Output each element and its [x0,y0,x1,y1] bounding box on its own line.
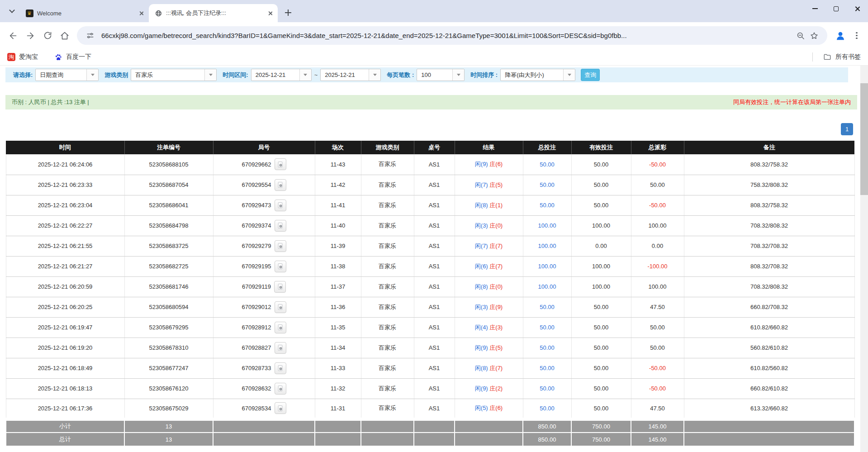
bookmark-label: 爱淘宝 [19,53,38,61]
cell-table-no: AS1 [414,215,455,236]
video-replay-button[interactable] [275,200,286,211]
column-header-5: 桌号 [414,141,455,154]
video-replay-button[interactable] [275,402,286,414]
baidu-paw-icon [54,53,62,61]
tab-title: Welcome [37,10,133,17]
cell-remark: 708.32/808.32 [684,215,854,236]
date-start-select[interactable]: 2025-12-21 [251,69,312,81]
video-replay-button[interactable] [274,281,286,293]
bookmark-baidu[interactable]: 百度一下 [54,53,91,61]
cell-table-no: AS1 [414,175,455,195]
tab-close-button[interactable] [137,9,145,17]
browser-menu-button[interactable] [850,29,863,43]
address-bar[interactable]: 66cxkj98.com/game/betrecord_search/kind3… [77,26,827,45]
video-replay-button[interactable] [275,383,286,395]
bookmark-taobao[interactable]: 淘 爱淘宝 [7,53,38,61]
video-replay-button[interactable] [275,261,286,272]
video-replay-button[interactable] [275,342,286,354]
bookmark-star-button[interactable] [807,29,821,43]
video-replay-button[interactable] [275,322,286,333]
tab-close-button[interactable] [266,9,274,17]
date-end-select[interactable]: 2025-12-21 [320,69,381,81]
footer-total-bet: 850.00 [523,419,571,433]
cell-valid-bet: 50.00 [571,154,631,175]
back-button[interactable] [5,27,22,44]
cell-session: 11-35 [315,317,361,338]
pagination-page-1[interactable]: 1 [841,123,853,135]
result-player: 闲(5) [475,404,488,411]
cell-total-bet: 50.00 [523,154,571,175]
sort-label: 时间排序 : [470,71,498,79]
site-settings-button[interactable] [83,29,97,43]
cell-bet-id: 523058677247 [124,358,213,378]
bet-table-head: 时间注单编号局号场次游戏类别桌号结果总投注有效投注总派彩备注 [6,141,854,154]
result-player: 闲(3) [475,222,488,229]
vertical-scrollbar[interactable] [860,66,868,452]
profile-button[interactable] [833,28,848,43]
result-banker: 庄(1) [489,202,503,209]
cell-round: 670929473 [213,195,315,215]
video-replay-button[interactable] [275,301,286,313]
filter-bar: 请选择: 日期查询 游戏类别 百家乐 时间区间: 2025-12-21 ~ 20… [5,67,848,82]
reload-icon [43,31,52,40]
page-size-value: 100 [417,69,452,81]
maximize-button[interactable] [825,0,847,17]
sort-select[interactable]: 降幂(由大到小) [500,69,575,81]
cell-payout: 50.00 [631,175,684,195]
all-bookmarks-button[interactable]: 所有书签 [835,53,861,61]
cell-round: 670928534 [213,399,315,419]
forward-button[interactable] [22,27,39,44]
cell-session: 11-43 [315,154,361,175]
minimize-button[interactable] [804,0,825,17]
new-tab-button[interactable] [282,6,294,19]
video-replay-button[interactable] [275,362,286,374]
cell-game-type: 百家乐 [361,256,414,276]
cell-session: 11-33 [315,358,361,378]
cell-game-type: 百家乐 [361,195,414,215]
video-replay-button[interactable] [275,240,286,252]
cell-bet-id: 523058682725 [124,256,213,276]
tab-betrecord[interactable]: :::视讯, 会员下注纪录::: [149,4,278,22]
cell-result: 闲(7) 庄(7) [455,236,523,256]
round-number: 670928827 [242,344,271,351]
cell-session: 11-34 [315,338,361,358]
column-header-7: 总投注 [523,141,571,154]
video-replay-button[interactable] [275,179,286,191]
cell-table-no: AS1 [414,195,455,215]
cell-round: 670929662 [213,154,315,175]
result-player: 闲(9) [475,344,488,351]
home-button[interactable] [56,27,73,44]
zoom-button[interactable] [794,29,807,43]
table-row: 2025-12-21 06:20:59523058681746670929119… [6,276,854,297]
notice-text: 同局有效投注，统一计算在该局第一张注单内 [733,98,851,106]
cell-session: 11-37 [315,276,361,297]
cell-valid-bet: 100.00 [571,215,631,236]
tab-welcome[interactable]: ♛ Welcome [20,4,149,22]
cell-total-bet: 50.00 [523,317,571,338]
tab-search-button[interactable] [5,5,18,18]
cell-valid-bet: 50.00 [571,378,631,399]
page-size-select[interactable]: 100 [417,69,465,81]
close-window-button[interactable] [847,0,868,17]
cell-time: 2025-12-21 06:24:06 [6,154,124,175]
cell-valid-bet: 50.00 [571,175,631,195]
cell-total-bet: 50.00 [523,399,571,419]
close-icon [854,6,860,12]
cell-result: 闲(3) 庄(0) [455,215,523,236]
video-replay-button[interactable] [275,220,286,232]
video-replay-button[interactable] [275,158,286,170]
query-type-select[interactable]: 日期查询 [35,69,99,81]
reload-button[interactable] [39,27,56,44]
bookmark-label: 百度一下 [66,53,91,61]
search-button[interactable]: 查询 [581,69,600,81]
game-type-select[interactable]: 百家乐 [131,69,217,81]
result-banker: 庄(3) [489,324,503,331]
bet-table-body: 2025-12-21 06:24:06523058688105670929662… [6,154,854,419]
table-row: 2025-12-21 06:21:55523058683725670929279… [6,236,854,256]
cell-time: 2025-12-21 06:17:36 [6,399,124,419]
cell-total-bet: 100.00 [523,215,571,236]
divider [812,52,813,62]
video-file-icon [277,324,284,331]
date-start-value: 2025-12-21 [251,69,299,81]
scrollbar-thumb[interactable] [860,83,868,195]
